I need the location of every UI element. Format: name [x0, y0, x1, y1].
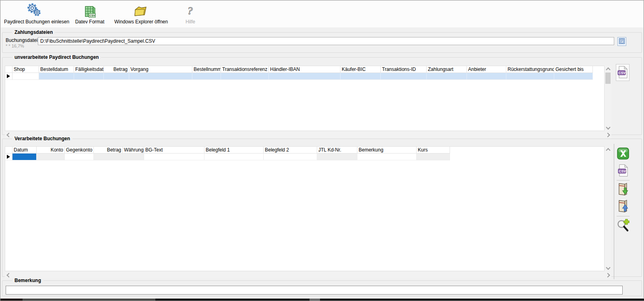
excel-export-button[interactable]	[617, 145, 630, 162]
csv-export-button[interactable]: CSV	[618, 162, 628, 179]
remark-input[interactable]	[6, 286, 623, 295]
vscroll-thumb[interactable]	[605, 73, 611, 84]
processed-table-vscrollbar[interactable]	[605, 146, 611, 271]
datev-csv-icon: CSV	[72, 2, 107, 19]
chevron-right-icon	[605, 273, 610, 277]
cell-betrag[interactable]	[104, 73, 129, 80]
help-icon: ?	[173, 2, 208, 19]
cell-bemerkung[interactable]	[357, 154, 417, 160]
cell-bestellnummer[interactable]	[192, 73, 221, 80]
folder-icon	[114, 2, 167, 19]
current-row-marker[interactable]	[5, 73, 12, 80]
export-unprocessed-csv-button[interactable]: CSV	[616, 64, 630, 81]
unprocessed-bookings-table[interactable]: ShopBestelldatumFälligkeitsdatumBetragVo…	[5, 66, 605, 131]
scroll-up-button[interactable]	[605, 66, 611, 72]
csv-file-icon: CSV	[617, 66, 628, 80]
svg-text:?: ?	[188, 5, 193, 17]
row-marker-header	[5, 66, 12, 73]
booking-file-label: Buchungsdatei	[6, 37, 37, 43]
remark-group: Bemerkung	[2, 278, 642, 296]
taskbar-segment	[310, 299, 320, 301]
column-header-transaktionsreferenz[interactable]: Transaktionsreferenz	[221, 66, 269, 73]
column-header-händler-iban[interactable]: Händler-IBAN	[269, 66, 341, 73]
cell-währung[interactable]	[123, 154, 144, 160]
scroll-down-button[interactable]	[605, 125, 611, 131]
csv-file-icon: CSV	[618, 164, 628, 178]
column-header-gesichert-bis[interactable]: Gesichert bis	[554, 66, 593, 73]
column-header-bestelldatum[interactable]: Bestelldatum	[39, 66, 74, 73]
open-windows-explorer-label: Windows Explorer öffnen	[114, 19, 168, 25]
column-header-betrag[interactable]: Betrag	[94, 147, 123, 154]
row-arrow-icon	[7, 155, 10, 159]
unprocessed-bookings-title: unverarbeitete Paydirect Buchungen	[12, 54, 101, 60]
booking-file-input[interactable]	[38, 37, 614, 45]
column-header-fälligkeitsdatum[interactable]: Fälligkeitsdatum	[74, 66, 104, 73]
column-header-belegfeld-1[interactable]: Belegfeld 1	[204, 147, 264, 154]
cell-anbieter[interactable]	[467, 73, 506, 80]
taskbar-edge-strip	[0, 298, 644, 301]
cell-jtl-kd-nr[interactable]	[317, 154, 357, 160]
column-header-anbieter[interactable]: Anbieter	[467, 66, 506, 73]
cell-käufer-bic[interactable]	[341, 73, 381, 80]
column-header-bg-text[interactable]: BG-Text	[144, 147, 204, 154]
current-row-marker[interactable]	[5, 154, 12, 160]
zoom-plus-button[interactable]	[616, 217, 630, 234]
column-header-konto[interactable]: Konto	[37, 147, 65, 154]
scroll-down-button[interactable]	[605, 265, 611, 271]
scroll-up-button[interactable]	[605, 146, 611, 153]
column-header-betrag[interactable]: Betrag	[104, 66, 129, 73]
cell-belegfeld-1[interactable]	[204, 154, 264, 160]
journal-import-button[interactable]	[616, 181, 630, 198]
cell-zahlungsart[interactable]	[427, 73, 467, 80]
cell-gegenkonto[interactable]	[65, 154, 94, 160]
column-header-kurs[interactable]: Kurs	[417, 147, 450, 154]
cell-kurs[interactable]	[417, 154, 450, 160]
column-header-bemerkung[interactable]: Bemerkung	[357, 147, 417, 154]
column-header-währung[interactable]: Währung	[123, 147, 144, 154]
column-header-gegenkonto[interactable]: Gegenkonto	[65, 147, 94, 154]
cell-betrag[interactable]	[94, 154, 123, 160]
export-side-toolbar: CSV	[615, 145, 631, 234]
column-header-transaktions-id[interactable]: Transaktions-ID	[381, 66, 427, 73]
booking-file-sublabel: * * 16,7%	[6, 44, 24, 48]
column-header-belegfeld-2[interactable]: Belegfeld 2	[264, 147, 317, 154]
column-header-jtl-kd-nr[interactable]: JTL Kd-Nr.	[317, 147, 357, 154]
cell-transaktionsreferenz[interactable]	[221, 73, 269, 80]
read-paydirect-bookings-button[interactable]: Paydirect Buchungen einlesen	[4, 2, 64, 26]
cell-transaktions-id[interactable]	[381, 73, 427, 80]
chevron-down-icon	[606, 125, 610, 129]
chevron-left-icon	[6, 273, 11, 277]
read-paydirect-bookings-label: Paydirect Buchungen einlesen	[4, 19, 69, 25]
cell-shop[interactable]	[12, 73, 39, 80]
column-header-bestellnummer[interactable]: Bestellnummer	[192, 66, 221, 73]
column-header-vorgang[interactable]: Vorgang	[129, 66, 192, 73]
browse-file-button[interactable]	[617, 37, 626, 46]
cell-rückerstattungsgrund[interactable]	[506, 73, 554, 80]
column-header-datum[interactable]: Datum	[12, 147, 37, 154]
column-header-shop[interactable]: Shop	[12, 66, 39, 73]
datev-format-label: Datev Format	[75, 19, 105, 25]
datev-format-button[interactable]: CSV Datev Format	[72, 2, 107, 26]
cell-fälligkeitsdatum[interactable]	[74, 73, 104, 80]
processed-bookings-table[interactable]: DatumKontoGegenkontoBetragWährungBG-Text…	[5, 146, 605, 271]
cell-vorgang[interactable]	[129, 73, 192, 80]
cell-konto[interactable]	[37, 154, 65, 160]
journal-export-button[interactable]	[616, 198, 630, 215]
payment-files-group-title: Zahlungsdateien	[12, 29, 55, 35]
cell-gesichert-bis[interactable]	[554, 73, 593, 80]
cell-belegfeld-2[interactable]	[264, 154, 317, 160]
column-header-käufer-bic[interactable]: Käufer-BIC	[341, 66, 381, 73]
cell-bestelldatum[interactable]	[39, 73, 74, 80]
taskbar-segment	[23, 299, 155, 301]
document-browse-icon	[619, 38, 625, 46]
cell-bg-text[interactable]	[144, 154, 204, 160]
column-header-zahlungsart[interactable]: Zahlungsart	[427, 66, 467, 73]
help-button[interactable]: ? Hilfe	[173, 2, 208, 26]
unprocessed-table-vscrollbar[interactable]	[605, 66, 611, 131]
cell-händler-iban[interactable]	[269, 73, 341, 80]
cell-datum[interactable]	[12, 154, 37, 160]
row-arrow-icon	[7, 74, 10, 78]
column-header-rückerstattungsgrund[interactable]: Rückerstattungsgrund	[506, 66, 554, 73]
open-windows-explorer-button[interactable]: Windows Explorer öffnen	[114, 2, 167, 26]
processed-bookings-title: Verarbeitete Buchungen	[12, 136, 72, 141]
